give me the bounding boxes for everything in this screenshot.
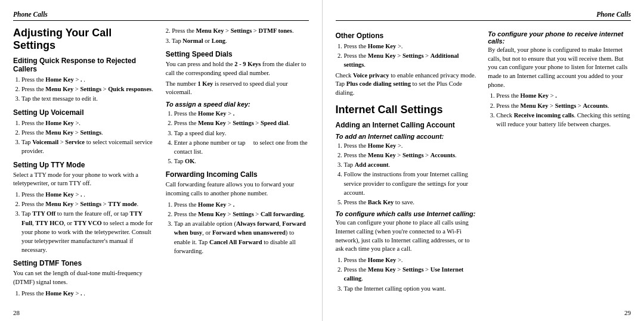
list-item: Press the Menu Key > Settings > Addition… (344, 51, 479, 69)
list-item: Check Receive incoming calls. Checking t… (496, 111, 631, 129)
heading-tty-mode: Setting Up TTY Mode (13, 161, 156, 169)
list-item: Tap Voicemail > Service to select voicem… (21, 138, 156, 155)
internet-call-title: Internet Call Settings (336, 104, 479, 116)
left-page: Phone Calls Adjusting Your Call Settings… (0, 0, 323, 321)
heading-adding-account: Adding an Internet Calling Account (336, 121, 479, 129)
left-col: Adjusting Your Call Settings Editing Qui… (13, 27, 156, 300)
heading-speed-dials: Setting Speed Dials (166, 50, 309, 58)
editing-quick-list: Press the Home Key > . . Press the Menu … (13, 75, 156, 104)
dtmf-intro: You can set the length of dual-tone mult… (13, 269, 156, 286)
add-account-list: Press the Home Key >. Press the Menu Key… (336, 141, 479, 207)
configure-receive-list: Press the Home Key > . Press the Menu Ke… (488, 91, 631, 129)
list-item: Press the Home Key >. (21, 119, 156, 127)
list-item: Press the Menu Key > Settings > Accounts… (496, 101, 631, 110)
configure-which-calls-note: You can configure your phone to place al… (336, 219, 479, 254)
heading-editing-quick: Editing Quick Response to Rejected Calle… (13, 57, 156, 73)
list-item: Press the Menu Key > Settings. (21, 128, 156, 137)
forwarding-list: Press the Home Key > . Press the Menu Ke… (166, 200, 309, 255)
list-item: Press the Home Key >. (344, 141, 479, 150)
list-item: Tap the text message to edit it. (21, 94, 156, 103)
configure-receive-note: By default, your phone is configured to … (488, 46, 631, 89)
dtmf-cont-1: 2. Press the Menu Key > Settings > DTMF … (166, 27, 309, 36)
list-item: Press the Home Key > . (174, 200, 309, 209)
right-page-right-col: To configure your phone to receive inter… (488, 27, 631, 295)
list-item: Press the Menu Key > Settings > Call for… (174, 210, 309, 219)
dtmf-cont-2: 3. Tap Normal or Long. (166, 37, 309, 46)
other-options-list: Press the Home Key >. Press the Menu Key… (336, 42, 479, 70)
right-page-content: Other Options Press the Home Key >. Pres… (336, 27, 631, 295)
list-item: Tap TTY Off to turn the feature off, or … (21, 209, 156, 254)
right-page-header: Phone Calls (336, 11, 631, 21)
list-item: Press the Home Key > . . (21, 289, 156, 298)
list-item: Press the Back Key to save. (344, 198, 479, 207)
list-item: Press the Home Key > . . (21, 75, 156, 84)
list-item: Tap an available option (Always forward,… (174, 219, 309, 255)
list-item: Press the Menu Key > Settings > Use Inte… (344, 265, 479, 283)
list-item: Tap a speed dial key. (174, 129, 309, 138)
list-item: Follow the instructions from your Intern… (344, 170, 479, 197)
heading-voicemail: Setting Up Voicemail (13, 108, 156, 117)
speed-dial-list: Press the Home Key > . Press the Menu Ke… (166, 109, 309, 166)
heading-forwarding: Forwarding Incoming Calls (166, 170, 309, 179)
speed-dials-intro: You can press and hold the 2 - 9 Keys fr… (166, 60, 309, 77)
configure-which-calls-sub: To configure which calls use Internet ca… (336, 210, 479, 217)
configure-receive-sub: To configure your phone to receive inter… (488, 30, 631, 45)
right-col-of-left: 2. Press the Menu Key > Settings > DTMF … (166, 27, 309, 300)
heading-other-options: Other Options (336, 32, 479, 40)
configure-which-calls-list: Press the Home Key >. Press the Menu Key… (336, 255, 479, 293)
list-item: Press the Menu Key > Settings > Accounts… (344, 151, 479, 160)
list-item: Press the Menu Key > Settings > Quick re… (21, 85, 156, 94)
left-page-header: Phone Calls (13, 11, 309, 21)
right-page: Phone Calls Other Options Press the Home… (323, 0, 645, 321)
left-page-number: 28 (13, 309, 20, 316)
list-item: Press the Home Key >. (344, 255, 479, 264)
right-header-title: Phone Calls (596, 11, 631, 18)
list-item: Tap the Internet calling option you want… (344, 284, 479, 293)
list-item: Press the Home Key > . (174, 109, 309, 118)
list-item: Press the Menu Key > Settings > Speed di… (174, 119, 309, 127)
dtmf-list: Press the Home Key > . . (13, 289, 156, 298)
list-item: Press the Menu Key > Settings > TTY mode… (21, 200, 156, 208)
left-header-title: Phone Calls (13, 11, 48, 18)
list-item: Enter a phone number or tap to select on… (174, 138, 309, 156)
forwarding-intro: Call forwarding feature allows you to fo… (166, 180, 309, 198)
right-page-number: 29 (624, 309, 631, 316)
main-title: Adjusting Your Call Settings (13, 27, 156, 52)
list-item: Press the Home Key > . (496, 91, 631, 100)
list-item: Tap Add account. (344, 160, 479, 169)
list-item: Press the Home Key > . . (21, 190, 156, 199)
speed-dial-sub: To assign a speed dial key: (166, 101, 309, 108)
voicemail-list: Press the Home Key >. Press the Menu Key… (13, 119, 156, 156)
list-item: Tap OK. (174, 157, 309, 166)
left-page-content: Adjusting Your Call Settings Editing Qui… (13, 27, 309, 300)
right-page-left-col: Other Options Press the Home Key >. Pres… (336, 27, 479, 295)
speed-dials-note: The number 1 Key is reserved to speed di… (166, 80, 309, 97)
add-account-sub: To add an Internet calling account: (336, 133, 479, 140)
list-item: Press the Home Key >. (344, 42, 479, 51)
tty-intro: Select a TTY mode for your phone to work… (13, 171, 156, 188)
page-container: Phone Calls Adjusting Your Call Settings… (0, 0, 644, 321)
other-options-note: Check Voice privacy to enable enhanced p… (336, 71, 479, 98)
tty-list: Press the Home Key > . . Press the Menu … (13, 190, 156, 255)
heading-dtmf: Setting DTMF Tones (13, 259, 156, 267)
